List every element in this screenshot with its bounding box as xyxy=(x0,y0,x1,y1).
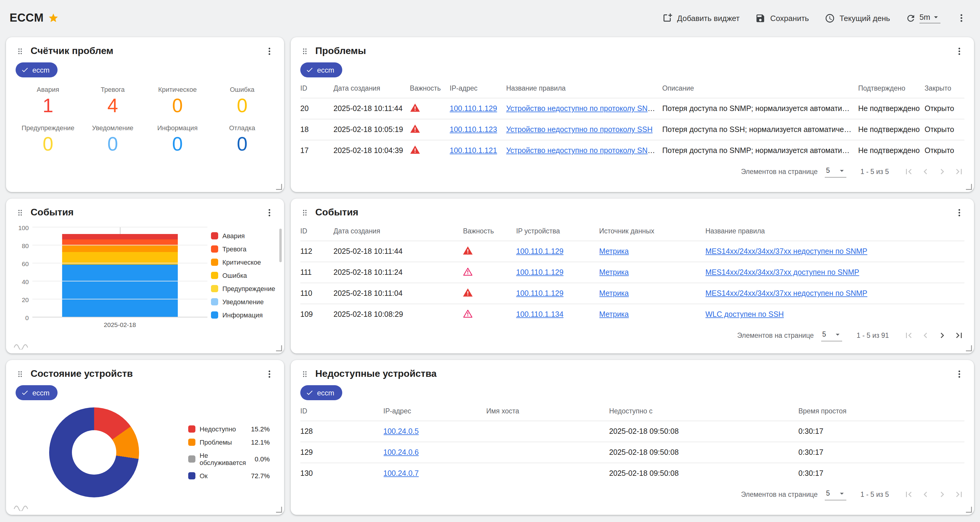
legend-item[interactable]: Уведомление xyxy=(211,298,269,305)
cell-hostname xyxy=(486,463,609,484)
refresh-icon[interactable] xyxy=(906,13,916,23)
caret-down-icon xyxy=(931,13,940,22)
first-page-icon[interactable] xyxy=(903,166,914,177)
widget-menu-icon[interactable] xyxy=(954,207,964,217)
legend-item[interactable]: Ок72.7% xyxy=(188,472,270,479)
current-day-button[interactable]: Текущий день xyxy=(824,13,890,23)
ip-link[interactable]: 100.110.1.123 xyxy=(450,125,497,134)
counter: Информация0 xyxy=(145,118,210,156)
kebab-menu-icon[interactable] xyxy=(956,13,967,23)
last-page-icon[interactable] xyxy=(954,166,964,177)
counter-value: 0 xyxy=(16,131,80,156)
ip-link[interactable]: 100.110.1.129 xyxy=(516,247,563,255)
page-size-select[interactable]: 5 xyxy=(825,489,846,500)
widget-menu-icon[interactable] xyxy=(954,369,964,379)
ip-link[interactable]: 100.24.0.5 xyxy=(383,427,419,436)
rule-link[interactable]: Устройство недоступно по протоколу SNMP xyxy=(506,147,659,155)
ip-link[interactable]: 100.24.0.6 xyxy=(383,448,419,457)
interval-select[interactable]: 5m xyxy=(920,13,940,23)
rule-link[interactable]: MES14xx/24xx/34xx/37xx недоступен по SNM… xyxy=(705,289,867,298)
resize-corner-icon[interactable] xyxy=(965,183,972,190)
legend-item[interactable]: Предупреждение xyxy=(211,285,269,292)
legend-item[interactable]: Ошибка xyxy=(211,272,269,279)
filter-chip-eccm[interactable]: eccm xyxy=(16,62,57,77)
filter-chip-eccm[interactable]: eccm xyxy=(300,62,342,77)
legend-item[interactable]: Информация xyxy=(211,311,269,319)
drag-handle-icon[interactable] xyxy=(300,46,309,56)
ip-link[interactable]: 100.110.1.129 xyxy=(450,104,497,113)
cell-downtime: 0:30:17 xyxy=(799,421,964,442)
star-icon[interactable] xyxy=(48,13,59,23)
rule-link[interactable]: Устройство недоступно по протоколу SSH xyxy=(506,125,653,134)
source-link[interactable]: Метрика xyxy=(599,311,629,319)
chevron-left-icon[interactable] xyxy=(920,489,931,500)
resize-corner-icon[interactable] xyxy=(275,506,282,513)
first-page-icon[interactable] xyxy=(903,489,914,500)
source-link[interactable]: Метрика xyxy=(599,268,629,276)
resize-corner-icon[interactable] xyxy=(275,345,282,351)
ip-link[interactable]: 100.110.1.134 xyxy=(516,311,563,319)
check-icon xyxy=(306,66,313,74)
brand: ECCM xyxy=(10,11,59,25)
page-size-select[interactable]: 5 xyxy=(821,330,842,341)
legend-item[interactable]: Авария xyxy=(211,232,269,239)
filter-chip-eccm[interactable]: eccm xyxy=(16,385,57,400)
ip-link[interactable]: 100.110.1.129 xyxy=(516,289,563,298)
chevron-right-icon[interactable] xyxy=(937,489,948,500)
widget-menu-icon[interactable] xyxy=(264,46,275,56)
ip-link[interactable]: 100.110.1.121 xyxy=(450,147,497,155)
page-size-select[interactable]: 5 xyxy=(825,166,846,177)
column-header: Дата создания xyxy=(334,221,463,241)
problems-table: ID Дата создания Важность IP-адрес Назва… xyxy=(300,78,964,161)
rule-link[interactable]: MES14xx/24xx/34xx/37xx доступен по SNMP xyxy=(705,268,859,276)
legend-item[interactable]: Тревога xyxy=(211,246,269,252)
ip-link[interactable]: 100.110.1.129 xyxy=(516,268,563,276)
legend-item[interactable]: Критическое xyxy=(211,259,269,266)
drag-handle-icon[interactable] xyxy=(16,208,25,217)
add-widget-button[interactable]: Добавить виджет xyxy=(662,13,740,23)
check-icon xyxy=(21,389,29,397)
resize-corner-icon[interactable] xyxy=(275,183,282,190)
counter-label: Критическое xyxy=(145,86,210,93)
drag-handle-icon[interactable] xyxy=(300,369,309,378)
last-page-icon[interactable] xyxy=(954,330,964,341)
bar-xlabel: 2025-02-18 xyxy=(17,318,207,328)
chevron-left-icon[interactable] xyxy=(920,330,931,341)
cell-created: 2025-02-18 10:11:44 xyxy=(334,241,463,262)
save-button[interactable]: Сохранить xyxy=(755,13,809,23)
legend-swatch xyxy=(211,246,218,252)
drag-handle-icon[interactable] xyxy=(300,208,309,217)
drag-handle-icon[interactable] xyxy=(16,369,25,378)
widget-menu-icon[interactable] xyxy=(954,46,964,56)
rule-link[interactable]: Устройство недоступно по протоколу SNMP xyxy=(506,104,659,113)
resize-corner-icon[interactable] xyxy=(965,506,972,513)
legend-swatch xyxy=(188,425,196,433)
column-header: Источник данных xyxy=(599,221,705,241)
cell-ip: 100.110.1.121 xyxy=(450,140,506,161)
last-page-icon[interactable] xyxy=(954,489,964,500)
filter-chip-eccm[interactable]: eccm xyxy=(300,385,342,400)
source-link[interactable]: Метрика xyxy=(599,247,629,255)
source-link[interactable]: Метрика xyxy=(599,289,629,298)
drag-handle-icon[interactable] xyxy=(16,46,25,56)
chevron-right-icon[interactable] xyxy=(937,166,948,177)
legend-item[interactable]: Проблемы12.1% xyxy=(188,439,270,446)
widget-menu-icon[interactable] xyxy=(264,369,275,379)
ip-link[interactable]: 100.24.0.7 xyxy=(383,469,419,478)
chevron-left-icon[interactable] xyxy=(920,166,931,177)
legend-scrollbar[interactable] xyxy=(279,228,282,262)
legend-label: Уведомление xyxy=(223,298,264,305)
cell-since: 2025-02-18 09:50:08 xyxy=(609,463,799,484)
y-tick-label: 100 xyxy=(18,224,29,231)
first-page-icon[interactable] xyxy=(903,330,914,341)
cell-created: 2025-02-18 10:11:44 xyxy=(334,98,410,119)
resize-corner-icon[interactable] xyxy=(965,345,972,351)
chevron-right-icon[interactable] xyxy=(937,330,948,341)
rule-link[interactable]: MES14xx/24xx/34xx/37xx недоступен по SNM… xyxy=(705,247,867,255)
legend-item[interactable]: Не обслуживается0.0% xyxy=(188,452,270,466)
widget-menu-icon[interactable] xyxy=(264,207,275,217)
table-row: 130 100.24.0.7 2025-02-18 09:50:08 0:30:… xyxy=(300,463,964,484)
rule-link[interactable]: WLC доступен по SSH xyxy=(705,311,784,319)
device-status-chart: Недоступно15.2%Проблемы12.1%Не обслужива… xyxy=(16,407,275,497)
legend-item[interactable]: Недоступно15.2% xyxy=(188,425,270,433)
